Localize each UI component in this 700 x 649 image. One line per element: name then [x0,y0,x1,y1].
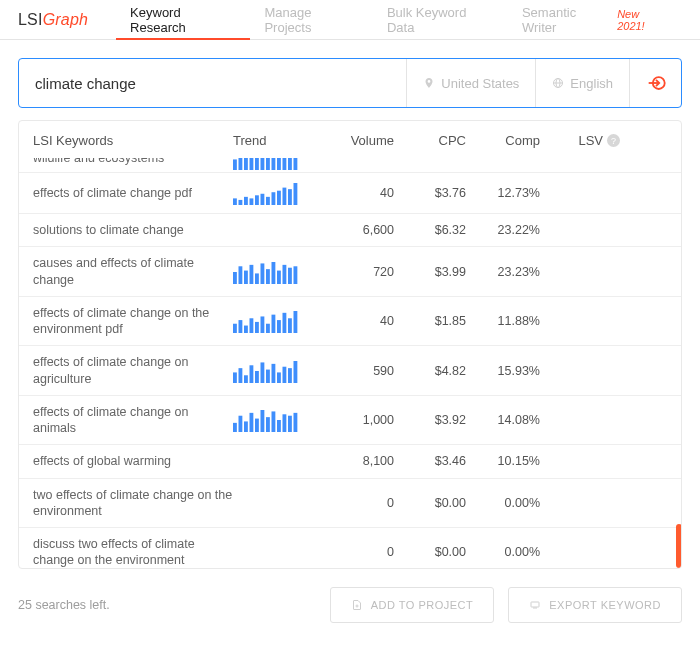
col-comp[interactable]: Comp [466,133,540,148]
col-lsv[interactable]: LSV ? [540,133,620,148]
main-tabs: Keyword Research Manage Projects Bulk Ke… [116,0,682,39]
svg-rect-18 [244,197,248,205]
country-selector[interactable]: United States [406,59,535,107]
keyword-cell: causes and effects of climate change [33,255,233,288]
trend-cell [233,309,309,333]
table-row[interactable]: effects of global warming8,100$3.4610.15… [19,444,681,477]
tab-semantic-writer[interactable]: Semantic WriterNew 2021! [508,0,682,39]
svg-rect-40 [233,324,237,333]
search-input[interactable] [19,75,406,92]
svg-rect-28 [233,272,237,284]
svg-rect-6 [244,158,248,170]
svg-rect-65 [239,416,243,432]
cpc-cell: $3.92 [394,413,466,427]
comp-cell: 23.22% [466,223,540,237]
tab-bulk-keyword-data[interactable]: Bulk Keyword Data [373,0,508,39]
svg-rect-50 [288,318,292,333]
export-keyword-button[interactable]: EXPORT KEYWORD [508,587,682,623]
svg-rect-59 [272,363,276,382]
svg-rect-47 [272,315,276,333]
svg-rect-24 [277,191,281,205]
svg-rect-14 [288,158,292,170]
table-row[interactable]: effects of climate change on agriculture… [19,345,681,395]
footer: 25 searches left. ADD TO PROJECT EXPORT … [0,569,700,623]
svg-rect-27 [294,183,298,205]
col-volume[interactable]: Volume [309,133,394,148]
svg-rect-33 [261,263,265,284]
tab-keyword-research[interactable]: Keyword Research [116,0,250,39]
svg-rect-26 [288,189,292,205]
cpc-cell: $4.82 [394,364,466,378]
svg-rect-7 [250,158,254,170]
svg-rect-5 [239,158,243,170]
comp-cell: 23.23% [466,265,540,279]
volume-cell: 8,100 [309,454,394,468]
svg-rect-17 [239,200,243,205]
svg-rect-36 [277,270,281,283]
col-cpc[interactable]: CPC [394,133,466,148]
svg-rect-61 [283,366,287,382]
table-row[interactable]: causes and effects of climate change720$… [19,246,681,296]
volume-cell: 6,600 [309,223,394,237]
language-selector[interactable]: English [535,59,629,107]
svg-rect-23 [272,192,276,205]
tab-manage-projects[interactable]: Manage Projects [250,0,372,39]
table-row[interactable]: discuss two effects of climate change on… [19,527,681,568]
cpc-cell: $0.00 [394,496,466,510]
svg-rect-75 [294,413,298,432]
svg-rect-29 [239,266,243,284]
svg-rect-52 [233,372,237,383]
comp-cell: 0.00% [466,496,540,510]
svg-rect-21 [261,194,265,205]
svg-rect-62 [288,368,292,383]
svg-rect-56 [255,371,259,383]
keyword-cell: effects of climate change on animals [33,404,233,437]
svg-rect-42 [244,326,248,333]
col-keywords[interactable]: LSI Keywords [33,133,233,148]
svg-rect-19 [250,198,254,205]
svg-rect-20 [255,195,259,205]
add-to-project-button[interactable]: ADD TO PROJECT [330,587,495,623]
keyword-cell: two effects of climate change on the env… [33,487,233,520]
svg-rect-44 [255,322,259,333]
svg-rect-10 [266,158,270,170]
table-row[interactable]: wildlife and ecosystems [19,158,681,172]
svg-rect-22 [266,197,270,205]
table-row[interactable]: two effects of climate change on the env… [19,478,681,528]
svg-rect-73 [283,414,287,432]
svg-rect-11 [272,158,276,170]
search-panel: United States English [0,40,700,108]
svg-rect-31 [250,264,254,283]
searches-left: 25 searches left. [18,598,110,612]
scrollbar-thumb[interactable] [676,524,682,568]
volume-cell: 720 [309,265,394,279]
help-icon[interactable]: ? [607,134,620,147]
svg-rect-68 [255,419,259,432]
table-row[interactable]: effects of climate change on the environ… [19,296,681,346]
table-row[interactable]: effects of climate change on animals1,00… [19,395,681,445]
volume-cell: 40 [309,314,394,328]
results-card: LSI Keywords Trend Volume CPC Comp LSV ?… [18,120,682,569]
keyword-cell: discuss two effects of climate change on… [33,536,233,568]
location-pin-icon [423,77,435,89]
comp-cell: 10.15% [466,454,540,468]
trend-cell [233,158,309,170]
svg-rect-71 [272,411,276,432]
keyword-cell: effects of climate change pdf [33,185,233,201]
svg-rect-66 [244,421,248,432]
table-body: wildlife and ecosystemseffects of climat… [19,158,681,568]
svg-rect-64 [233,423,237,432]
search-submit-button[interactable] [629,59,681,107]
cpc-cell: $6.32 [394,223,466,237]
svg-rect-41 [239,320,243,333]
svg-rect-13 [283,158,287,170]
svg-rect-51 [294,311,298,333]
col-trend[interactable]: Trend [233,133,309,148]
svg-rect-8 [255,158,259,170]
new-badge: New 2021! [617,8,668,32]
table-header: LSI Keywords Trend Volume CPC Comp LSV ? [19,121,681,158]
svg-rect-15 [294,158,298,170]
table-row[interactable]: effects of climate change pdf40$3.7612.7… [19,172,681,213]
table-row[interactable]: solutions to climate change6,600$6.3223.… [19,213,681,246]
svg-rect-37 [283,264,287,283]
